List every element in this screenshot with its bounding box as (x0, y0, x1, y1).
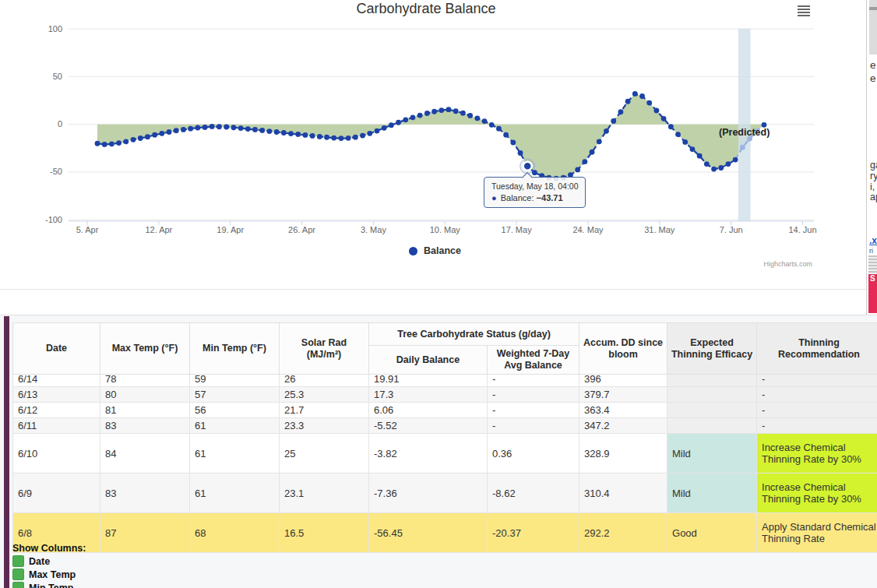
svg-text:5. Apr: 5. Apr (76, 225, 99, 234)
tooltip-date: Tuesday, May 18, 04:00 (491, 181, 578, 191)
solar-cell: 23.3 (280, 418, 369, 434)
svg-text:0: 0 (58, 119, 62, 129)
legend-item-balance[interactable]: Balance (0, 245, 870, 256)
legend-marker-icon (409, 247, 417, 255)
solar-cell: 26 (280, 375, 369, 387)
efficacy-cell: Mild (667, 434, 757, 474)
accent-bar (4, 316, 9, 588)
daily-balance-cell: -56.45 (369, 513, 488, 553)
svg-text:26. Apr: 26. Apr (288, 225, 315, 234)
max-temp-cell: 84 (100, 434, 190, 474)
efficacy-cell (667, 375, 757, 387)
date-cell: 6/11 (13, 418, 100, 434)
solar-cell: 21.7 (280, 403, 369, 418)
min-temp-cell: 57 (190, 387, 280, 403)
table-row: 6/8876816.5-56.45-20.37292.2GoodApply St… (13, 513, 877, 553)
clipped-caption-fragment: ri (869, 247, 873, 255)
clipped-text-fragment: ap (870, 192, 877, 202)
chart-card: Carbohydrate Balance 100500-50-1005. Apr… (0, 0, 870, 289)
right-panel-clipped: e e ga ry i, ap .x ri S (866, 0, 877, 315)
series-bullet-icon: ● (491, 193, 497, 202)
col-header-group: Tree Carbohydrate Status (g/day) (369, 323, 579, 346)
tooltip-value-line: ● Balance: −43.71 (491, 193, 578, 202)
col-header-min-temp: Min Temp (°F) (190, 323, 280, 375)
efficacy-cell (667, 387, 757, 403)
checkbox-icon (12, 569, 24, 580)
accum-dd-cell: 328.9 (579, 434, 667, 474)
column-toggle-label: Date (29, 556, 50, 567)
date-cell: 6/14 (13, 375, 100, 387)
max-temp-cell: 83 (100, 418, 190, 434)
recommendation-cell: - (757, 403, 877, 418)
clipped-striped-block (868, 255, 877, 274)
weighted-balance-cell: - (488, 403, 579, 418)
daily-balance-cell: -5.52 (369, 418, 488, 434)
svg-text:17. May: 17. May (502, 225, 533, 234)
clipped-text-fragment: i, (870, 181, 875, 192)
clipped-image-block (869, 0, 877, 55)
max-temp-cell: 87 (100, 513, 190, 553)
weighted-balance-cell: - (488, 387, 579, 403)
min-temp-cell: 68 (190, 513, 280, 553)
table-row: 6/9836123.1-7.36-8.62310.4MildIncrease C… (13, 474, 877, 513)
col-header-daily-balance: Daily Balance (369, 346, 488, 375)
svg-text:7. Jun: 7. Jun (720, 225, 743, 234)
clipped-link-fragment[interactable]: .x (869, 235, 877, 246)
table-row: 6/13805725.317.3-379.7- (13, 387, 877, 403)
svg-text:3. May: 3. May (361, 225, 387, 234)
solar-cell: 16.5 (280, 513, 369, 553)
clipped-text-fragment: ga (870, 160, 877, 171)
chart-tooltip: Tuesday, May 18, 04:00 ● Balance: −43.71 (484, 177, 586, 208)
date-cell: 6/13 (13, 387, 100, 403)
table-row: 6/1478592619.91-396- (13, 375, 877, 387)
solar-cell: 25 (280, 434, 369, 474)
daily-balance-cell: 17.3 (369, 387, 488, 403)
weighted-balance-cell: - (488, 375, 579, 387)
accum-dd-cell: 292.2 (579, 513, 667, 553)
data-table-viewport: Date Max Temp (°F) Min Temp (°F) Solar R… (12, 322, 877, 553)
carbohydrate-table: Date Max Temp (°F) Min Temp (°F) Solar R… (12, 322, 877, 553)
tooltip-value: −43.71 (537, 193, 563, 202)
highcharts-credits-link[interactable]: Highcharts.com (763, 260, 812, 268)
max-temp-cell: 83 (100, 474, 190, 513)
column-toggle-label: Min Temp (29, 583, 73, 588)
table-body: 6/1478592619.91-396-6/13805725.317.3-379… (13, 375, 877, 553)
legend-label: Balance (424, 245, 461, 256)
table-row: 6/12815621.76.06-363.4- (13, 403, 877, 418)
clipped-red-button[interactable]: S (868, 274, 877, 313)
recommendation-cell: - (757, 418, 877, 434)
svg-text:(Predicted): (Predicted) (719, 127, 770, 138)
solar-cell: 23.1 (280, 474, 369, 513)
show-columns-title: Show Columns: (12, 543, 86, 554)
max-temp-cell: 80 (100, 387, 190, 403)
table-row: 6/10846125-3.820.36328.9MildIncrease Che… (13, 434, 877, 474)
daily-balance-cell: -7.36 (369, 474, 488, 513)
column-toggle-min-temp[interactable]: Min Temp (12, 582, 86, 588)
recommendation-cell: Increase Chemical Thinning Rate by 30% (757, 434, 877, 474)
min-temp-cell: 61 (190, 474, 280, 513)
column-toggle-max-temp[interactable]: Max Temp (12, 569, 86, 580)
min-temp-cell: 61 (190, 418, 280, 434)
efficacy-cell: Mild (667, 474, 757, 513)
thinning-table-section: Date Max Temp (°F) Min Temp (°F) Solar R… (0, 315, 877, 588)
recommendation-cell: - (757, 375, 877, 387)
balance-chart[interactable]: 100500-50-1005. Apr12. Apr19. Apr26. Apr… (0, 0, 870, 243)
table-header: Date Max Temp (°F) Min Temp (°F) Solar R… (13, 323, 877, 375)
col-header-efficacy: Expected Thinning Efficacy (667, 323, 757, 375)
recommendation-cell: - (757, 387, 877, 403)
date-cell: 6/10 (13, 434, 100, 474)
col-header-weighted-balance: Weighted 7-Day Avg Balance (488, 346, 579, 375)
col-header-max-temp: Max Temp (°F) (100, 323, 190, 375)
daily-balance-cell: 19.91 (369, 375, 488, 387)
column-toggle-date[interactable]: Date (12, 555, 86, 567)
show-columns-panel: Show Columns: DateMax TempMin Temp (12, 543, 86, 588)
min-temp-cell: 59 (190, 375, 280, 387)
min-temp-cell: 56 (190, 403, 280, 418)
weighted-balance-cell: - (488, 418, 579, 434)
accum-dd-cell: 363.4 (579, 403, 667, 418)
recommendation-cell: Apply Standard Chemical Thinning Rate (757, 513, 877, 553)
section-divider (0, 289, 866, 290)
clipped-text-fragment: e (870, 72, 876, 84)
weighted-balance-cell: -20.37 (488, 513, 579, 553)
svg-text:100: 100 (48, 24, 62, 33)
